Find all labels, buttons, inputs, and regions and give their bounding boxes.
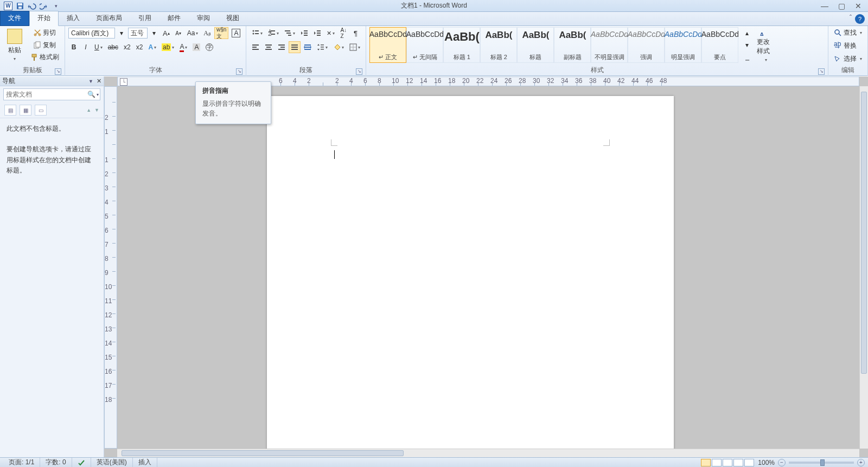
- view-fullscreen[interactable]: [712, 459, 722, 466]
- qat-customize[interactable]: ▾: [51, 1, 61, 11]
- status-words[interactable]: 字数: 0: [40, 458, 72, 467]
- minimize-button[interactable]: —: [821, 2, 828, 10]
- clear-format-button[interactable]: Aᵦ: [201, 27, 213, 39]
- status-language[interactable]: 英语(美国): [91, 458, 133, 467]
- font-name-dd[interactable]: ▾: [116, 27, 127, 39]
- undo-button[interactable]: [27, 1, 37, 11]
- enclose-char-button[interactable]: 字: [203, 41, 215, 53]
- italic-button[interactable]: I: [80, 41, 91, 53]
- bold-button[interactable]: B: [68, 41, 79, 53]
- nav-tab-results[interactable]: ▭: [35, 105, 47, 116]
- cut-button[interactable]: 剪切: [28, 27, 61, 39]
- style-item[interactable]: AaBb(标题 1: [443, 27, 480, 63]
- status-mode[interactable]: 插入: [133, 458, 157, 467]
- redo-button[interactable]: [39, 1, 49, 11]
- align-center-button[interactable]: [263, 41, 275, 53]
- distributed-button[interactable]: [302, 41, 314, 53]
- strike-button[interactable]: abc: [106, 41, 120, 53]
- highlight-button[interactable]: ab: [159, 41, 176, 53]
- status-page[interactable]: 页面: 1/1: [3, 458, 40, 467]
- view-outline[interactable]: [733, 459, 743, 466]
- nav-tab-pages[interactable]: ▦: [20, 105, 31, 116]
- h-scroll-thumb[interactable]: [122, 450, 404, 456]
- zoom-knob[interactable]: [820, 459, 825, 466]
- grow-font-button[interactable]: A▴: [161, 27, 172, 39]
- styles-gallery[interactable]: AaBbCcDd↵ 正文AaBbCcDd↵ 无间隔AaBb(标题 1AaBb(标…: [369, 27, 738, 63]
- tab-insert[interactable]: 插入: [59, 11, 88, 26]
- underline-button[interactable]: U: [92, 41, 105, 53]
- nav-dropdown-icon[interactable]: ▼: [88, 79, 93, 84]
- shading-button[interactable]: [331, 41, 346, 53]
- nav-tab-headings[interactable]: ▤: [4, 105, 16, 116]
- view-web[interactable]: [723, 459, 732, 466]
- search-icon[interactable]: 🔍: [87, 91, 95, 98]
- text-effects-button[interactable]: A: [146, 41, 158, 53]
- styles-scroll-up[interactable]: ▴: [742, 28, 752, 39]
- tab-layout[interactable]: 页面布局: [88, 11, 130, 26]
- nav-search-input[interactable]: [6, 91, 87, 98]
- style-item[interactable]: AaBbCcDd要点: [701, 27, 738, 63]
- char-border-button[interactable]: A: [229, 27, 242, 39]
- change-case-button[interactable]: Aa: [185, 27, 201, 39]
- vertical-scrollbar[interactable]: [859, 86, 868, 449]
- shrink-font-button[interactable]: A▾: [173, 27, 184, 39]
- styles-scroll-down[interactable]: ▾: [742, 40, 752, 50]
- select-button[interactable]: 选择: [832, 54, 864, 65]
- zoom-in-button[interactable]: +: [857, 459, 865, 466]
- tab-file[interactable]: 文件: [0, 11, 29, 26]
- save-button[interactable]: [15, 1, 25, 11]
- align-left-button[interactable]: [250, 41, 261, 53]
- font-name-combo[interactable]: Calibri (西文): [68, 28, 115, 39]
- paragraph-launcher[interactable]: ↘: [356, 68, 362, 75]
- zoom-out-button[interactable]: −: [778, 459, 786, 466]
- style-item[interactable]: AaBbCcDd↵ 无间隔: [406, 27, 443, 63]
- tab-home[interactable]: 开始: [29, 11, 59, 26]
- help-button[interactable]: ?: [855, 14, 865, 24]
- zoom-level[interactable]: 100%: [758, 459, 775, 466]
- style-item[interactable]: AaBb(标题: [517, 27, 554, 63]
- clipboard-launcher[interactable]: ↘: [55, 68, 61, 75]
- show-marks-button[interactable]: ¶: [350, 27, 361, 39]
- bullets-button[interactable]: [250, 27, 265, 39]
- style-item[interactable]: AaBbCcDd↵ 正文: [369, 27, 406, 63]
- sort-button[interactable]: A↓Z: [338, 27, 349, 39]
- superscript-button[interactable]: x2: [134, 41, 145, 53]
- format-painter-button[interactable]: 格式刷: [28, 52, 61, 63]
- nav-close-icon[interactable]: ✕: [97, 78, 101, 85]
- paste-button[interactable]: 粘贴 ▾: [3, 27, 26, 63]
- numbering-button[interactable]: 12: [266, 27, 281, 39]
- nav-next-icon[interactable]: ▼: [94, 107, 99, 113]
- style-item[interactable]: AaBbCcDd明显强调: [665, 27, 701, 63]
- char-shading-button[interactable]: A: [190, 41, 202, 53]
- replace-button[interactable]: ab替换: [832, 40, 859, 51]
- nav-search[interactable]: 🔍▾: [3, 88, 100, 100]
- borders-button[interactable]: [347, 41, 362, 53]
- horizontal-scrollbar[interactable]: [117, 449, 859, 457]
- tab-review[interactable]: 审阅: [189, 11, 218, 26]
- close-button[interactable]: ✕: [855, 2, 861, 10]
- style-item[interactable]: AaBbCcDd强调: [628, 27, 665, 63]
- change-styles-button[interactable]: AA 更改样式▾: [755, 27, 777, 63]
- style-item[interactable]: AaBb(副标题: [554, 27, 591, 63]
- vertical-ruler[interactable]: 21123456789101112131415161718: [104, 86, 117, 449]
- status-proof[interactable]: [72, 458, 91, 467]
- multilevel-button[interactable]: [282, 27, 297, 39]
- page[interactable]: [267, 96, 674, 457]
- copy-button[interactable]: 复制: [28, 40, 61, 51]
- align-right-button[interactable]: [276, 41, 288, 53]
- maximize-button[interactable]: ▢: [838, 2, 845, 10]
- font-color-button[interactable]: A: [177, 41, 189, 53]
- view-print-layout[interactable]: [701, 459, 711, 466]
- align-justify-button[interactable]: [289, 41, 301, 53]
- minimize-ribbon-icon[interactable]: ˆ: [850, 14, 852, 24]
- find-button[interactable]: 查找: [832, 27, 864, 38]
- asian-layout-button[interactable]: ✕: [324, 27, 337, 39]
- styles-launcher[interactable]: ↘: [818, 68, 825, 75]
- line-spacing-button[interactable]: [315, 41, 330, 53]
- tab-references[interactable]: 引用: [130, 11, 159, 26]
- zoom-slider[interactable]: [789, 462, 854, 464]
- tab-view[interactable]: 视图: [218, 11, 247, 26]
- font-size-dd[interactable]: ▾: [149, 27, 159, 39]
- style-item[interactable]: AaBb(标题 2: [480, 27, 517, 63]
- indent-inc-button[interactable]: [311, 27, 323, 39]
